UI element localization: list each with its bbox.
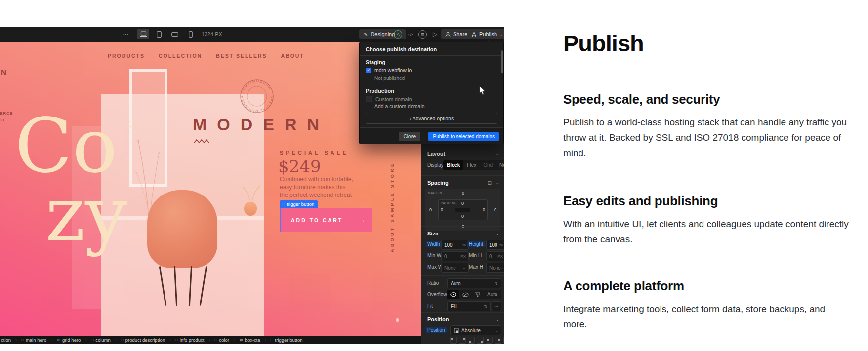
position-label: Position	[426, 327, 447, 333]
r-badge: R	[126, 121, 137, 132]
chevron-down-icon[interactable]: ⌄	[496, 151, 499, 156]
display-option-block[interactable]: Block	[443, 160, 463, 170]
preview-play-icon[interactable]: ▷	[431, 31, 439, 38]
nav-link-collection[interactable]: COLLECTION	[159, 53, 202, 61]
more-icon[interactable]: ⋯	[123, 31, 129, 38]
breakpoint-desktop-button[interactable]	[137, 29, 149, 39]
vase	[244, 202, 257, 216]
anchor-top-left[interactable]	[450, 337, 457, 344]
nav-link-best-sellers[interactable]: BEST SELLERS	[216, 53, 267, 61]
overflow-visible-option[interactable]	[447, 290, 459, 299]
advanced-options-button[interactable]: › Advanced options	[366, 113, 497, 124]
select-arrows-icon: ⇅	[484, 304, 487, 309]
custom-domain-label: Custom domain	[375, 96, 412, 102]
scrollbar-thumb[interactable]	[501, 50, 503, 73]
breadcrumb-item[interactable]: □color	[214, 337, 229, 343]
size-section: Size ⌄ Width 100% Height 100% Min W 0PX …	[421, 226, 504, 313]
margin-left-value[interactable]: 0	[429, 207, 432, 212]
chevron-right-icon: ›	[115, 338, 117, 343]
spacing-settings-icon[interactable]: ⊡	[488, 180, 492, 186]
checked-checkbox-icon[interactable]: ✓	[366, 68, 371, 73]
nav-link-about[interactable]: ABOUT	[281, 53, 304, 61]
fit-more-button[interactable]: ⋯	[492, 301, 501, 311]
breakpoint-tablet-button[interactable]	[153, 29, 165, 39]
height-input[interactable]: 100%	[486, 240, 504, 250]
site-logo-fragment: N	[1, 68, 6, 76]
chevron-down-icon[interactable]: ⌄	[496, 180, 499, 185]
display-option-flex[interactable]: Flex	[463, 160, 480, 170]
audit-check-icon[interactable]: ✓	[394, 30, 402, 39]
breakpoint-phone-button[interactable]	[185, 29, 197, 39]
max-width-select[interactable]: None⌄	[441, 263, 469, 273]
display-option-grid[interactable]: Grid	[480, 160, 496, 170]
chevron-down-icon[interactable]: ⌄	[496, 231, 499, 236]
display-option-none[interactable]: None	[496, 160, 504, 170]
slide-indicator-dot[interactable]	[396, 318, 399, 322]
fit-select[interactable]: Fill⇅	[447, 301, 491, 311]
overflow-auto-option[interactable]: Auto	[484, 290, 501, 299]
position-select[interactable]: Absolute ⌄	[450, 325, 501, 335]
nav-link-products[interactable]: PRODUCTS	[108, 53, 145, 61]
margin-top-value[interactable]: 0	[462, 191, 464, 195]
min-height-input[interactable]: 0PX	[486, 251, 504, 261]
breadcrumb-item[interactable]: □info product	[175, 337, 205, 343]
anchor-right[interactable]	[495, 337, 501, 344]
section-body-edits: With an intuitive UI, let clients and co…	[563, 216, 860, 247]
padding-bottom-value[interactable]: 0	[461, 214, 464, 219]
designing-mode-label: Designing	[371, 31, 395, 37]
ratio-select[interactable]: Auto⇅	[447, 278, 501, 288]
overflow-scroll-option[interactable]	[472, 290, 484, 299]
hero-word-co: Co	[15, 116, 118, 176]
size-section-title: Size	[427, 231, 438, 236]
selected-element-tag[interactable]: □ trigger button	[280, 200, 318, 208]
brush-icon: ✎	[364, 32, 368, 37]
breadcrumb-item[interactable]: □trigger button	[271, 337, 303, 343]
max-height-select[interactable]: None⌄	[486, 263, 504, 273]
anchor-top-right[interactable]	[459, 337, 466, 344]
margin-padding-widget[interactable]: MARGIN 0 0 0 0 PADDING 0 0 0 0	[425, 189, 500, 231]
padding-widget[interactable]: PADDING 0 0 0 0	[438, 199, 488, 220]
custom-domain-row[interactable]: Custom domain	[366, 96, 412, 102]
add-to-cart-label: ADD TO CART	[291, 217, 343, 223]
breadcrumb-item[interactable]: ⊞grid hero	[57, 337, 81, 343]
publish-button[interactable]: Publish ⌄	[467, 29, 504, 39]
square-icon: □	[121, 338, 124, 342]
staging-domain-row[interactable]: ✓ mdrn.webflow.io	[366, 67, 412, 73]
breadcrumb-item[interactable]: □column	[91, 337, 110, 343]
unchecked-checkbox-icon[interactable]	[366, 96, 372, 102]
anchor-bottom-right[interactable]	[477, 337, 484, 344]
absolute-position-icon	[454, 328, 459, 333]
add-to-cart-button[interactable]: ADD TO CART →	[280, 208, 372, 232]
breadcrumb-item[interactable]: ction	[1, 337, 11, 343]
publish-panel-footer: Close Publish to selected domains	[360, 127, 503, 144]
person-icon	[445, 32, 451, 37]
breadcrumb-item[interactable]: ⇄box-cta	[240, 337, 260, 343]
anchor-left[interactable]	[486, 337, 493, 344]
page-title: Publish	[563, 30, 644, 57]
publish-selected-domains-button[interactable]: Publish to selected domains	[428, 132, 499, 141]
overflow-hidden-option[interactable]	[459, 290, 472, 299]
margin-right-value[interactable]: 0	[494, 207, 496, 212]
breakpoint-landscape-button[interactable]	[169, 29, 181, 39]
padding-top-value[interactable]: 0	[461, 201, 464, 206]
padding-left-value[interactable]: 0	[441, 207, 443, 212]
staging-label: Staging	[366, 59, 385, 65]
design-canvas[interactable]: N PRODUCTS COLLECTION BEST SELLERS ABOUT…	[0, 42, 421, 336]
anchor-bottom-left[interactable]	[468, 337, 475, 344]
layout-section-title: Layout	[427, 151, 445, 156]
margin-label: MARGIN	[428, 191, 442, 195]
min-width-input[interactable]: 0PX	[441, 251, 469, 261]
chevron-right-icon: ›	[208, 338, 210, 343]
anchor-top[interactable]	[503, 337, 504, 344]
padding-right-value[interactable]: 0	[483, 207, 485, 212]
close-button[interactable]: Close	[399, 132, 420, 141]
overflow-label: Overflow	[427, 292, 447, 297]
site-navigation: PRODUCTS COLLECTION BEST SELLERS ABOUT	[108, 53, 304, 61]
breadcrumb-item[interactable]: □main hero	[21, 337, 46, 343]
code-export-icon[interactable]: </>	[407, 31, 414, 38]
comments-icon[interactable]	[418, 30, 427, 39]
width-input[interactable]: 100%	[441, 240, 469, 250]
chevron-down-icon[interactable]: ⌄	[496, 317, 499, 322]
breadcrumb-item[interactable]: □product description	[121, 337, 165, 343]
add-custom-domain-link[interactable]: Add a custom domain	[374, 103, 425, 109]
